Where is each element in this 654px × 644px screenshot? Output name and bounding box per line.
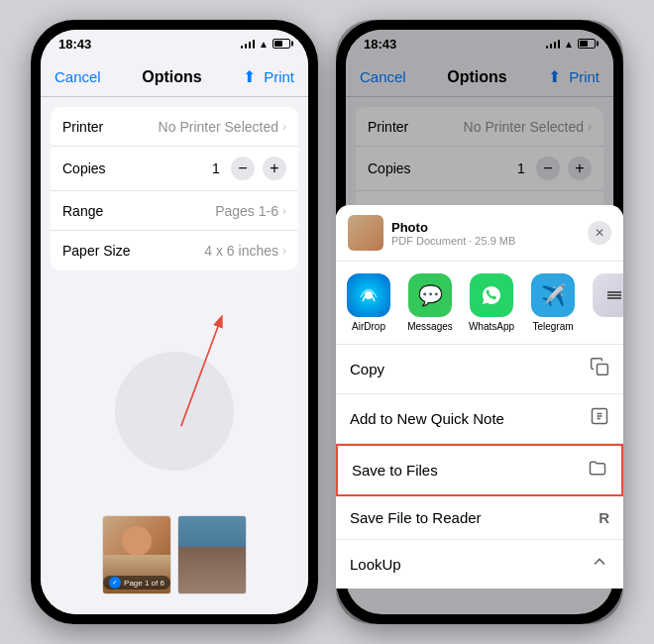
telegram-icon: ✈️	[531, 273, 575, 317]
share-close-button[interactable]: ✕	[588, 221, 611, 245]
quick-note-action-icon	[590, 406, 609, 431]
more-apps-icon	[593, 273, 613, 317]
paper-size-value-1: 4 x 6 inches ›	[204, 243, 286, 259]
print-button-1[interactable]: Print	[264, 68, 294, 85]
messages-label: Messages	[407, 321, 453, 332]
cancel-button-1[interactable]: Cancel	[54, 68, 101, 85]
nav-title-1: Options	[142, 68, 201, 86]
share-sheet: Photo PDF Document · 25.9 MB ✕ AirDrop	[346, 205, 613, 589]
check-icon-1: ✓	[109, 577, 121, 589]
airdrop-icon	[347, 273, 390, 317]
copy-action-label: Copy	[350, 361, 384, 377]
nav-right-1: ⬆ Print	[243, 67, 294, 86]
paper-size-chevron-1: ›	[282, 244, 286, 258]
range-label-1: Range	[62, 203, 103, 219]
share-app-more[interactable]	[590, 273, 613, 332]
save-to-reader-action-icon: R	[599, 509, 609, 526]
quick-note-action-row[interactable]: Add to New Quick Note	[346, 394, 613, 444]
copies-decrement-1[interactable]: −	[231, 157, 255, 180]
range-row-1[interactable]: Range Pages 1-6 ›	[51, 191, 298, 231]
copies-label-1: Copies	[62, 161, 106, 176]
printer-row-1[interactable]: Printer No Printer Selected ›	[51, 107, 298, 147]
preview-watermark-1	[115, 352, 234, 471]
preview-badge-text-1: Page 1 of 6	[124, 579, 164, 588]
preview-img-outdoor-1	[177, 515, 247, 594]
paper-size-row-1[interactable]: Paper Size 4 x 6 inches ›	[51, 231, 298, 270]
lookup-action-icon	[590, 552, 609, 577]
save-to-files-action-icon	[588, 458, 607, 483]
wifi-icon-1: ▲	[259, 39, 269, 50]
airdrop-label: AirDrop	[352, 321, 385, 332]
share-doc-size: PDF Document · 25.9 MB	[391, 235, 580, 247]
nav-bar-1: Cancel Options ⬆ Print	[41, 57, 308, 97]
whatsapp-label: WhatsApp	[469, 321, 514, 332]
status-icons-1: ▲	[241, 39, 290, 50]
copy-action-row[interactable]: Copy	[346, 345, 613, 394]
paper-size-label-1: Paper Size	[62, 243, 130, 259]
copies-increment-1[interactable]: +	[263, 157, 286, 180]
share-doc-icon	[348, 215, 383, 251]
status-bar-1: 18:43 ▲	[41, 30, 308, 57]
copy-action-icon	[590, 357, 609, 381]
share-app-whatsapp[interactable]: WhatsApp	[467, 273, 516, 332]
save-to-files-action-label: Save to Files	[352, 462, 438, 479]
share-apps-row: AirDrop 💬 Messages WhatsApp ✈️ T	[346, 262, 613, 345]
save-to-files-action-row[interactable]: Save to Files	[346, 444, 613, 496]
preview-badge-1: ✓ Page 1 of 6	[103, 576, 170, 590]
share-app-telegram[interactable]: ✈️ Telegram	[528, 273, 578, 332]
save-to-reader-action-label: Save File to Reader	[350, 509, 482, 526]
preview-img-cat-1: ✓ Page 1 of 6	[102, 515, 171, 594]
share-app-airdrop[interactable]: AirDrop	[346, 273, 393, 332]
share-icon-1[interactable]: ⬆	[243, 67, 256, 86]
save-to-reader-action-row[interactable]: Save File to Reader R	[346, 496, 613, 540]
phone-1: 18:43 ▲ Cancel Options ⬆ Print	[31, 20, 318, 624]
whatsapp-icon	[470, 273, 513, 317]
phone-2-screen: 18:43 ▲ Cancel Options ⬆ Print	[346, 30, 613, 614]
copies-value-1: 1	[209, 161, 223, 176]
range-value-1: Pages 1-6 ›	[215, 203, 286, 219]
share-actions: Copy Add to New Quick Note	[346, 345, 613, 589]
status-time-1: 18:43	[58, 37, 91, 52]
share-doc-info: Photo PDF Document · 25.9 MB	[391, 220, 580, 247]
messages-icon: 💬	[408, 273, 452, 317]
phone-1-screen: 18:43 ▲ Cancel Options ⬆ Print	[41, 30, 308, 614]
phone-2: 18:43 ▲ Cancel Options ⬆ Print	[336, 20, 623, 624]
printer-label-1: Printer	[62, 119, 103, 135]
telegram-label: Telegram	[532, 321, 573, 332]
preview-images-1: ✓ Page 1 of 6	[102, 515, 247, 594]
svg-rect-3	[598, 365, 608, 376]
share-app-messages[interactable]: 💬 Messages	[405, 273, 455, 332]
printer-chevron-1: ›	[282, 120, 286, 134]
battery-icon-1	[272, 39, 290, 49]
lookup-action-row[interactable]: LookUp	[346, 540, 613, 589]
quick-note-action-label: Add to New Quick Note	[350, 410, 504, 427]
signal-icon-1	[241, 39, 256, 49]
share-doc-name: Photo	[391, 220, 580, 235]
preview-area-1: ✓ Page 1 of 6	[41, 278, 308, 614]
share-sheet-header: Photo PDF Document · 25.9 MB ✕	[346, 205, 613, 262]
lookup-action-label: LookUp	[350, 556, 401, 573]
copies-stepper-1: 1 − +	[209, 157, 286, 180]
range-chevron-1: ›	[282, 204, 286, 218]
copies-row-1: Copies 1 − +	[51, 147, 298, 191]
settings-group-1: Printer No Printer Selected › Copies 1 −…	[51, 107, 298, 270]
printer-value-1: No Printer Selected ›	[159, 119, 286, 135]
